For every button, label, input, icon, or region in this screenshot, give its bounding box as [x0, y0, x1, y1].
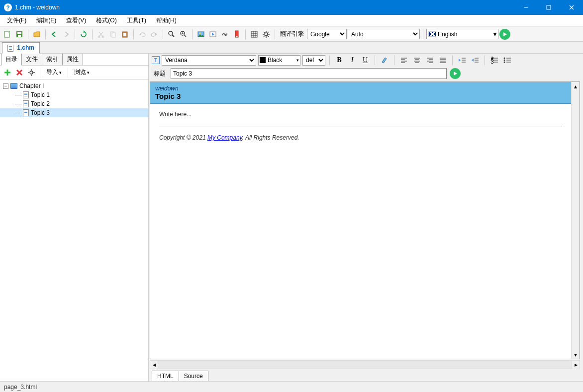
image-icon[interactable] [195, 29, 206, 40]
file-tabbar: 1.chm [0, 42, 583, 54]
svg-rect-6 [17, 32, 21, 34]
flag-uk-icon [428, 31, 436, 37]
app-icon: ? [4, 3, 12, 11]
indent-button[interactable] [470, 55, 481, 66]
svg-line-36 [268, 36, 269, 37]
scroll-up-icon[interactable]: ▴ [572, 82, 580, 90]
scroll-track[interactable] [572, 90, 580, 350]
table-icon[interactable] [249, 29, 260, 40]
scroll-right-icon[interactable]: ▸ [572, 360, 580, 369]
divider [159, 127, 562, 127]
menu-file[interactable]: 文件(F) [2, 15, 31, 26]
redo-icon[interactable] [149, 29, 160, 40]
link-icon[interactable] [219, 29, 230, 40]
svg-line-35 [264, 32, 265, 33]
options-icon[interactable] [26, 67, 37, 78]
format-toolbar: T Verdana Black▾ def B I U 123 [149, 54, 583, 67]
outdent-button[interactable] [457, 55, 468, 66]
tree-chapter[interactable]: − Chapter I [0, 81, 148, 90]
topic-title: Topic 3 [155, 92, 566, 100]
tab-html[interactable]: HTML [152, 371, 179, 381]
save-icon[interactable] [14, 29, 25, 40]
company-link[interactable]: My Company [207, 134, 242, 141]
translate-go-button[interactable] [499, 29, 510, 40]
title-go-button[interactable] [450, 68, 461, 79]
file-tab[interactable]: 1.chm [2, 42, 40, 54]
page-icon [23, 109, 29, 116]
tree-topic-2[interactable]: Topic 2 [0, 99, 148, 108]
align-center-button[interactable] [411, 55, 422, 66]
tree-topic-3[interactable]: Topic 3 [0, 108, 148, 117]
title-input[interactable] [171, 68, 447, 79]
font-select-icon: T [152, 56, 160, 64]
highlight-button[interactable] [379, 55, 390, 66]
find-icon[interactable] [166, 29, 177, 40]
new-icon[interactable] [2, 29, 13, 40]
scroll-track-h[interactable] [158, 360, 572, 369]
refresh-icon[interactable] [78, 29, 89, 40]
svg-text:3: 3 [490, 58, 494, 64]
minimize-button[interactable] [514, 0, 537, 15]
size-select[interactable]: def [302, 55, 325, 66]
bottom-tabs: HTML Source [149, 369, 583, 381]
collapse-icon[interactable]: − [3, 83, 8, 89]
scroll-left-icon[interactable]: ◂ [150, 360, 158, 369]
media-icon[interactable] [207, 29, 218, 40]
close-button[interactable] [560, 0, 583, 15]
svg-point-76 [504, 58, 505, 59]
svg-point-78 [504, 62, 505, 63]
svg-line-37 [268, 32, 269, 33]
status-text: page_3.html [4, 384, 37, 391]
align-right-button[interactable] [424, 55, 435, 66]
bold-button[interactable]: B [334, 55, 345, 66]
remove-icon[interactable] [14, 67, 25, 78]
tab-source[interactable]: Source [179, 371, 208, 381]
horizontal-scrollbar[interactable]: ◂ ▸ [150, 360, 580, 369]
tab-properties[interactable]: 属性 [62, 54, 83, 65]
copy-icon[interactable] [107, 29, 118, 40]
italic-button[interactable]: I [347, 55, 358, 66]
vertical-scrollbar[interactable]: ▴ ▾ [571, 82, 580, 359]
align-justify-button[interactable] [437, 55, 448, 66]
unordered-list-button[interactable] [502, 55, 513, 66]
svg-rect-11 [112, 33, 115, 37]
translate-label: 翻译引擎 [278, 30, 306, 38]
open-icon[interactable] [31, 29, 42, 40]
sidebar-tabs: 目录 文件 索引 属性 [0, 54, 148, 66]
color-select[interactable]: Black▾ [258, 55, 300, 66]
scroll-down-icon[interactable]: ▾ [572, 350, 580, 359]
svg-point-21 [199, 32, 201, 34]
zoom-icon[interactable] [178, 29, 189, 40]
svg-rect-7 [18, 35, 21, 37]
body-text[interactable]: Write here... [159, 111, 562, 118]
menu-view[interactable]: 查看(V) [61, 15, 91, 26]
tab-files[interactable]: 文件 [21, 54, 42, 65]
font-select[interactable]: Verdana [162, 55, 256, 66]
tree-topic-1[interactable]: Topic 1 [0, 90, 148, 99]
source-lang-select[interactable]: Auto [348, 29, 420, 39]
preview-content[interactable]: weidown Topic 3 Write here... Copyright … [150, 82, 571, 359]
import-dropdown[interactable]: 导入▾ [43, 67, 65, 78]
tab-toc[interactable]: 目录 [1, 54, 22, 66]
engine-select[interactable]: Google [307, 29, 347, 39]
forward-icon[interactable] [61, 29, 72, 40]
menu-help[interactable]: 帮助(H) [151, 15, 182, 26]
settings-icon[interactable] [261, 29, 272, 40]
cut-icon[interactable] [96, 29, 106, 40]
paste-icon[interactable] [119, 29, 130, 40]
tab-index[interactable]: 索引 [42, 54, 63, 65]
add-icon[interactable] [2, 67, 13, 78]
undo-icon[interactable] [137, 29, 148, 40]
book-icon [10, 83, 17, 89]
ordered-list-button[interactable]: 123 [489, 55, 500, 66]
menu-format[interactable]: 格式(O) [91, 15, 121, 26]
target-lang-select[interactable]: English ▾ [426, 29, 498, 39]
bookmark-icon[interactable] [231, 29, 242, 40]
browse-dropdown[interactable]: 浏览▾ [71, 67, 93, 78]
align-left-button[interactable] [398, 55, 409, 66]
menu-tools[interactable]: 工具(T) [122, 15, 151, 26]
back-icon[interactable] [49, 29, 60, 40]
menu-edit[interactable]: 编辑(E) [31, 15, 61, 26]
underline-button[interactable]: U [360, 55, 371, 66]
maximize-button[interactable] [537, 0, 560, 15]
